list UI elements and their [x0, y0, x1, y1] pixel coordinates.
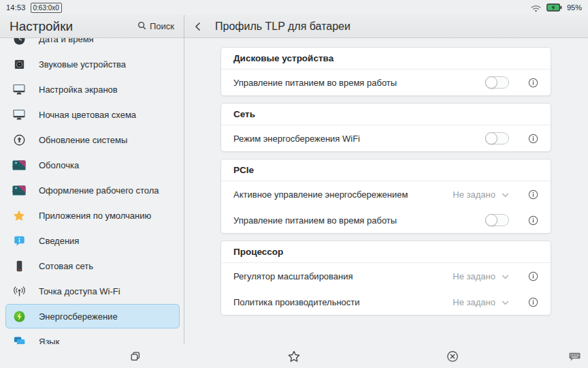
sidebar-item-label: Язык — [39, 337, 59, 345]
info-icon[interactable] — [528, 189, 538, 200]
cellular-icon — [12, 259, 26, 273]
card-network: Сеть Режим энергосбережения WiFi — [220, 103, 551, 152]
sidebar-item-desktop-theme[interactable]: Оформление рабочего стола — [5, 178, 180, 202]
clock-time: 14:53 — [6, 3, 26, 12]
system-update-icon — [12, 133, 26, 147]
sidebar-item-label: Сотовая сеть — [39, 261, 93, 271]
sidebar-item-about[interactable]: Сведения — [5, 228, 180, 253]
search-icon — [137, 21, 146, 32]
setting-row: Политика производительности Не задано — [221, 289, 551, 315]
sidebar-item-label: Энергосбережение — [39, 311, 118, 322]
info-icon[interactable] — [528, 78, 538, 88]
card-pcie: PCIe Активное управление энергосбережени… — [220, 159, 551, 234]
card-disk-devices: Дисковые устройства Управление питанием … — [220, 47, 551, 96]
toggle-switch[interactable] — [485, 76, 509, 89]
dropdown-value: Не задано — [453, 271, 495, 281]
sidebar-item-label: Приложения по умолчанию — [39, 211, 151, 221]
debug-badge: 0:63:0x0 — [31, 3, 62, 13]
display-icon — [12, 82, 26, 96]
page-title: Профиль TLP для батареи — [215, 20, 350, 33]
card-title: Дисковые устройства — [221, 48, 551, 70]
language-icon — [12, 335, 26, 344]
sidebar-item-audio-devices[interactable]: Звуковые устройства — [5, 52, 180, 76]
info-icon[interactable] — [528, 297, 538, 307]
audio-icon — [12, 57, 26, 71]
setting-label: Управление питанием во время работы — [233, 78, 485, 88]
card-title: PCIe — [221, 159, 551, 181]
status-bar: 14:53 0:63:0x0 95% — [0, 0, 588, 15]
battery-percent: 95% — [567, 3, 582, 12]
search-button[interactable]: Поиск — [135, 20, 177, 33]
toggle-switch[interactable] — [485, 214, 509, 226]
sidebar-item-label: Настройка экранов — [39, 85, 118, 95]
dropdown-select[interactable]: Не задано — [453, 297, 509, 307]
setting-row: Активное управление энергосбережением Не… — [221, 181, 551, 207]
dropdown-select[interactable]: Не задано — [453, 271, 509, 281]
shell-icon — [12, 158, 26, 172]
chevron-down-icon — [502, 189, 509, 200]
setting-label: Регулятор масштабирования — [233, 271, 453, 281]
clock-icon — [12, 38, 26, 46]
app-title: Настройки — [10, 19, 73, 34]
search-label: Поиск — [150, 21, 174, 31]
info-icon[interactable] — [528, 134, 538, 144]
back-chevron-icon — [195, 22, 201, 31]
page-header: Профиль TLP для батареи — [184, 15, 588, 37]
info-icon[interactable] — [528, 215, 538, 226]
power-saving-icon — [12, 309, 26, 323]
sidebar-item-label: Оболочка — [39, 160, 79, 170]
settings-app-window: 14:53 0:63:0x0 95% Настройки — [0, 0, 588, 368]
setting-label: Политика производительности — [233, 297, 453, 307]
setting-label: Управление питанием во время работы — [233, 215, 485, 226]
toggle-knob — [485, 214, 497, 226]
sidebar-item-cellular[interactable]: Сотовая сеть — [5, 254, 180, 278]
back-button[interactable] — [191, 19, 206, 34]
desktop-theme-icon — [12, 183, 26, 197]
toggle-knob — [485, 76, 497, 89]
sidebar-item-night-color[interactable]: Ночная цветовая схема — [5, 102, 180, 127]
header-bar: Настройки Поиск Профиль TLP для батареи — [0, 15, 588, 38]
close-circle-icon[interactable] — [446, 350, 459, 363]
battery-icon — [546, 3, 562, 12]
dropdown-value: Не задано — [453, 297, 495, 307]
setting-label: Активное управление энергосбережением — [233, 189, 453, 200]
sidebar-list: Дата и время Звуковые устройства — [0, 38, 184, 344]
hotspot-icon — [12, 284, 26, 298]
card-title: Процессор — [221, 241, 551, 263]
sidebar-item-label: Дата и время — [39, 38, 94, 44]
virtual-keyboard-icon[interactable] — [568, 351, 581, 361]
favorites-star-icon[interactable] — [288, 350, 301, 363]
toggle-knob — [485, 132, 497, 144]
about-icon — [12, 234, 26, 247]
window-switcher-icon[interactable] — [129, 350, 142, 363]
chevron-down-icon — [502, 297, 509, 307]
setting-row: Управление питанием во время работы — [221, 70, 551, 95]
sidebar-item-language[interactable]: Язык — [5, 329, 180, 344]
sidebar-item-label: Ночная цветовая схема — [39, 110, 136, 120]
setting-row: Регулятор масштабирования Не задано — [221, 263, 551, 289]
sidebar-item-label: Звуковые устройства — [39, 59, 126, 70]
chevron-down-icon — [502, 271, 509, 281]
sidebar-item-display-config[interactable]: Настройка экранов — [5, 77, 180, 102]
sidebar-item-default-apps[interactable]: Приложения по умолчанию — [5, 203, 180, 228]
setting-row: Управление питанием во время работы — [221, 207, 551, 233]
wifi-icon — [530, 3, 542, 12]
dropdown-select[interactable]: Не задано — [453, 189, 509, 200]
sidebar-header: Настройки Поиск — [0, 15, 184, 37]
sidebar-item-label: Обновление системы — [39, 135, 127, 145]
sidebar-item-date-time[interactable]: Дата и время — [5, 38, 180, 51]
default-apps-icon — [12, 209, 26, 222]
card-processor: Процессор Регулятор масштабирования Не з… — [220, 241, 551, 316]
toggle-switch[interactable] — [485, 132, 509, 144]
navigation-bar — [0, 344, 588, 368]
sidebar-item-system-update[interactable]: Обновление системы — [5, 127, 180, 152]
dropdown-value: Не задано — [453, 189, 495, 200]
info-icon[interactable] — [528, 271, 538, 281]
sidebar-item-power-saving[interactable]: Энергосбережение — [5, 304, 180, 328]
sidebar-item-wifi-hotspot[interactable]: Точка доступа Wi-Fi — [5, 279, 180, 303]
sidebar-item-shell[interactable]: Оболочка — [5, 153, 180, 177]
card-title: Сеть — [221, 104, 551, 125]
setting-row: Режим энергосбережения WiFi — [221, 125, 551, 151]
sidebar: Дата и время Звуковые устройства — [0, 38, 184, 344]
setting-label: Режим энергосбережения WiFi — [233, 134, 485, 144]
